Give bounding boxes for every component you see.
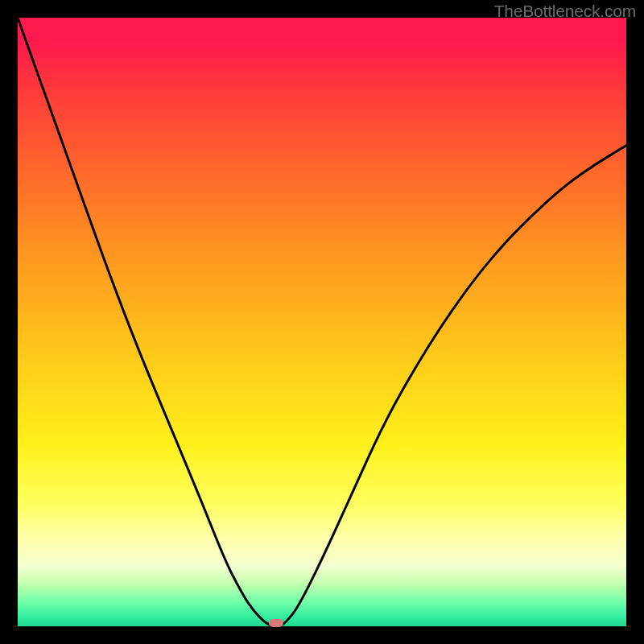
chart-container: TheBottleneck.com <box>0 0 644 644</box>
optimal-point-marker <box>269 619 283 627</box>
plot-area <box>18 18 626 626</box>
bottleneck-curve <box>18 18 626 626</box>
